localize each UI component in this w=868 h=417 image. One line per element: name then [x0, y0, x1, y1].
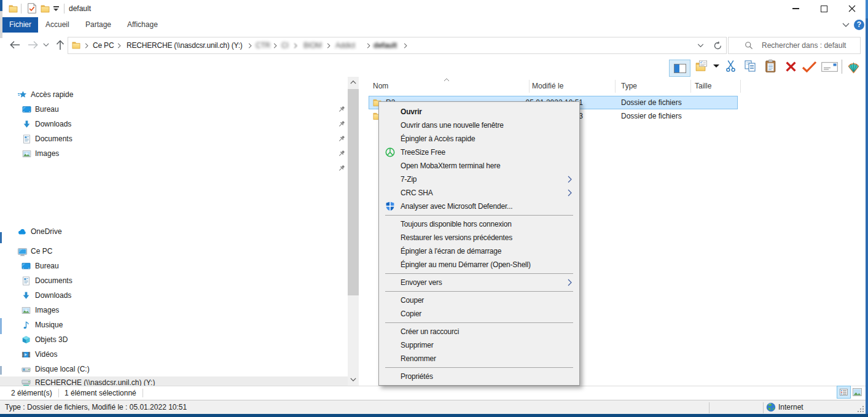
tab-fichier[interactable]: Fichier — [2, 17, 38, 33]
copy-icon[interactable] — [745, 60, 756, 72]
sidebar-item-downloads-pc[interactable]: Downloads — [0, 288, 347, 303]
sidebar-item-downloads-quick[interactable]: Downloads — [0, 117, 347, 131]
tab-accueil[interactable]: Accueil — [45, 17, 69, 33]
breadcrumb-recherche-drive[interactable]: RECHERCHE (\\nasdcsr.unil.ch) (Y:) — [127, 37, 243, 53]
crumb-chevron-icon[interactable] — [327, 43, 330, 49]
breadcrumb-redacted-3[interactable]: BIOM — [303, 37, 324, 53]
sidebar-item-images-pc[interactable]: Images — [0, 303, 347, 318]
crumb-chevron-icon[interactable] — [367, 43, 370, 49]
crumb-chevron-icon[interactable] — [117, 43, 121, 49]
back-icon[interactable] — [9, 41, 20, 49]
sidebar-item-objets-3d[interactable]: Objets 3D — [0, 332, 347, 347]
sidebar-item-ce-pc[interactable]: Ce PC — [0, 244, 347, 259]
menu-item-supprimer[interactable]: Supprimer — [379, 338, 579, 352]
apply-check-icon[interactable] — [802, 61, 817, 72]
menu-item-analyser-defender[interactable]: Analyser avec Microsoft Defender... — [379, 200, 579, 213]
sidebar-item-disque-local[interactable]: Disque local (C:) — [0, 362, 347, 376]
menu-item-ouvrir-nouvelle-fenetre[interactable]: Ouvrir dans une nouvelle fenêtre — [379, 119, 579, 132]
menu-item-renommer[interactable]: Renommer — [379, 352, 579, 365]
new-folder-dropdown-icon[interactable] — [713, 64, 719, 68]
column-header-nom[interactable]: Nom — [373, 79, 388, 93]
pin-icon — [338, 150, 345, 157]
sidebar-item-label: Downloads — [35, 117, 71, 131]
crumb-chevron-icon[interactable] — [294, 43, 297, 49]
cut-icon[interactable] — [725, 60, 736, 72]
recent-locations-icon[interactable] — [43, 43, 49, 47]
sidebar-item-documents-quick[interactable]: Documents — [0, 131, 347, 146]
qat-customize-dropdown-icon[interactable] — [53, 6, 59, 11]
column-header-modifie-le[interactable]: Modifié le — [532, 79, 563, 93]
defender-shield-icon — [385, 201, 395, 211]
scroll-down-icon[interactable] — [350, 378, 356, 381]
address-dropdown-icon[interactable] — [697, 44, 704, 47]
breadcrumb-redacted-5[interactable]: default — [373, 37, 399, 53]
menu-item-open-mobaxterm[interactable]: Open MobaXterm terminal here — [379, 159, 579, 173]
minimize-button[interactable] — [781, 0, 810, 17]
paste-icon[interactable] — [765, 60, 776, 72]
breadcrumb-redacted-1[interactable]: CTR — [256, 37, 270, 53]
address-bar[interactable]: Ce PC RECHERCHE (\\nasdcsr.unil.ch) (Y:)… — [68, 37, 711, 54]
qat-properties-icon[interactable] — [28, 3, 36, 14]
forward-icon[interactable] — [28, 41, 39, 49]
scroll-up-icon[interactable] — [350, 80, 356, 84]
sidebar-item-recherche-drive[interactable]: RECHERCHE (\\nasdcsr.unil.ch) (Y:) — [0, 376, 348, 386]
breadcrumb-ce-pc[interactable]: Ce PC — [93, 37, 114, 53]
maximize-button[interactable] — [810, 0, 838, 17]
crumb-chevron-icon[interactable] — [85, 43, 88, 49]
open-shell-icon[interactable] — [846, 60, 861, 74]
sidebar-item-onedrive[interactable]: OneDrive — [0, 224, 347, 239]
column-separator[interactable] — [529, 80, 530, 93]
close-button[interactable] — [838, 0, 866, 17]
menu-item-envoyer-vers[interactable]: Envoyer vers — [379, 276, 579, 289]
refresh-button[interactable] — [710, 37, 727, 54]
column-header-taille[interactable]: Taille — [695, 79, 711, 93]
sidebar-item-images-quick[interactable]: Images — [0, 146, 347, 161]
menu-item-copier[interactable]: Copier — [379, 307, 579, 321]
menu-item-proprietes[interactable]: Propriétés — [379, 370, 579, 383]
tab-affichage[interactable]: Affichage — [127, 17, 158, 33]
menu-item-couper[interactable]: Couper — [379, 294, 579, 307]
menu-item-ouvrir[interactable]: Ouvrir — [379, 105, 579, 119]
sidebar-item-musique[interactable]: Musique — [0, 318, 347, 332]
menu-item-toujours-disponible[interactable]: Toujours disponible hors connexion — [379, 217, 579, 231]
crumb-chevron-icon[interactable] — [404, 43, 407, 49]
large-icons-view-button[interactable] — [852, 388, 862, 397]
tab-partage[interactable]: Partage — [85, 17, 111, 33]
column-header-type[interactable]: Type — [621, 79, 637, 93]
sidebar-item-bureau-quick[interactable]: Bureau — [0, 102, 347, 117]
menu-item-7zip[interactable]: 7-Zip — [379, 173, 579, 186]
search-box[interactable]: Rechercher dans : default — [728, 37, 861, 54]
navigation-pane-toggle-button[interactable] — [669, 60, 690, 77]
sidebar-item-redacted-quick[interactable] — [0, 161, 347, 176]
column-separator[interactable] — [615, 80, 616, 93]
menu-item-epingler-acces-rapide[interactable]: Épingler à Accès rapide — [379, 132, 579, 146]
qat-new-folder-icon[interactable] — [41, 4, 50, 14]
breadcrumb-redacted-2[interactable]: CI — [281, 37, 290, 53]
menu-item-restaurer-versions[interactable]: Restaurer les versions précédentes — [379, 231, 579, 244]
details-view-button[interactable] — [837, 386, 851, 399]
column-separator[interactable] — [740, 80, 741, 93]
minimize-ribbon-icon[interactable] — [842, 23, 850, 27]
help-icon[interactable]: ? — [854, 20, 864, 30]
resize-grip-icon[interactable] — [858, 406, 864, 413]
sidebar-scrollbar[interactable] — [348, 77, 359, 386]
column-separator[interactable] — [690, 80, 691, 93]
menu-item-treesize-free[interactable]: TreeSize Free — [379, 146, 579, 159]
sidebar-item-acces-rapide[interactable]: Accès rapide — [0, 87, 347, 102]
large-icons-view-icon — [853, 388, 862, 396]
crumb-chevron-icon[interactable] — [248, 43, 252, 49]
delete-icon[interactable] — [785, 61, 797, 72]
scrollbar-thumb[interactable] — [348, 89, 359, 295]
crumb-chevron-icon[interactable] — [273, 43, 277, 49]
sidebar-item-bureau-pc[interactable]: Bureau — [0, 259, 347, 273]
download-arrow-icon — [22, 120, 31, 129]
menu-item-crc-sha[interactable]: CRC SHA — [379, 186, 579, 200]
email-icon[interactable] — [821, 62, 838, 72]
up-icon[interactable] — [56, 39, 65, 50]
menu-item-epingler-menu-demarrer[interactable]: Épingler au menu Démarrer (Open-Shell) — [379, 258, 579, 271]
menu-item-creer-raccourci[interactable]: Créer un raccourci — [379, 325, 579, 338]
breadcrumb-redacted-4[interactable]: Addict — [335, 37, 360, 53]
sidebar-item-videos[interactable]: Vidéos — [0, 347, 347, 362]
sidebar-item-documents-pc[interactable]: Documents — [0, 273, 347, 288]
menu-item-epingler-ecran-demarrage[interactable]: Épingler à l'écran de démarrage — [379, 244, 579, 258]
